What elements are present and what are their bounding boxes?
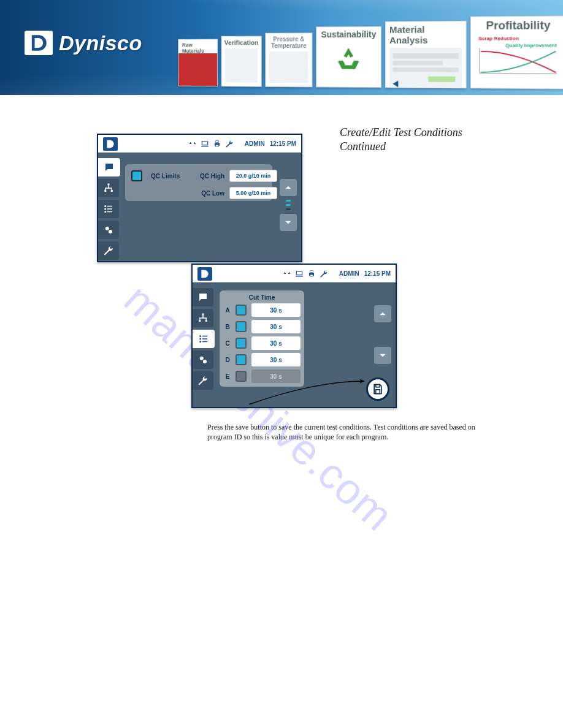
device-header: ADMIN 12:15 PM	[193, 265, 396, 283]
tab-tools[interactable]	[98, 241, 119, 260]
side-tabs	[98, 158, 119, 260]
svg-rect-9	[216, 140, 219, 142]
svg-rect-3	[428, 77, 455, 82]
cut-row-a: A 30 s	[223, 303, 301, 317]
card-label: Sustainability	[321, 29, 377, 39]
cut-row-checkbox[interactable]	[236, 354, 247, 365]
header-status-icons	[188, 140, 234, 148]
cut-row-value[interactable]: 30 s	[251, 303, 301, 317]
card-profitability: Profitability Scrap Reduction Quality Im…	[470, 16, 563, 89]
profit-sub2: Quality Improvement	[505, 42, 557, 48]
svg-rect-33	[202, 338, 207, 339]
device-screen-qc: ADMIN 12:15 PM QC Limits QC High 20.0 g/…	[97, 134, 302, 262]
cut-row-label: E	[223, 373, 232, 380]
cut-row-checkbox[interactable]	[236, 371, 247, 382]
card-thumb	[225, 48, 258, 83]
svg-rect-25	[310, 275, 313, 277]
cut-row-checkbox[interactable]	[236, 321, 247, 332]
page-banner: Dynisco Raw Materials Verification Press…	[0, 0, 563, 95]
side-tabs	[193, 288, 213, 390]
cut-row-d: D 30 s	[223, 353, 301, 366]
svg-rect-19	[107, 211, 112, 213]
svg-rect-7	[202, 141, 207, 145]
svg-rect-11	[108, 184, 110, 186]
cut-row-label: D	[223, 357, 232, 363]
tab-tools[interactable]	[193, 371, 213, 390]
qc-high-value[interactable]: 20.0 g/10 min	[229, 170, 277, 182]
card-sustainability: Sustainability	[316, 26, 381, 88]
section-title: Create/Edit Test Conditions Continued	[340, 126, 462, 153]
section-title-line1: Create/Edit Test Conditions	[340, 126, 462, 138]
save-caption: Press the save button to save the curren…	[207, 423, 496, 442]
svg-point-14	[104, 205, 106, 207]
svg-point-16	[104, 211, 106, 213]
tab-list[interactable]	[193, 330, 215, 348]
card-verification: Verification	[221, 36, 262, 87]
cut-row-checkbox[interactable]	[236, 305, 247, 316]
svg-rect-28	[205, 320, 207, 322]
laptop-icon	[201, 140, 209, 148]
scroll-down-button[interactable]	[374, 347, 391, 364]
cut-row-c: C 30 s	[223, 336, 301, 350]
page-indicator	[286, 200, 291, 210]
cut-row-label: A	[223, 307, 232, 314]
header-status-icons	[283, 270, 328, 278]
cut-row-value[interactable]: 30 s	[251, 336, 301, 350]
scroll-controls	[373, 305, 392, 364]
tab-network[interactable]	[98, 179, 119, 197]
svg-point-30	[199, 338, 201, 340]
cut-row-b: B 30 s	[223, 320, 301, 333]
card-pressure-temperature: Pressure & Temperature	[265, 32, 312, 87]
qc-limits-label: QC Limits	[151, 173, 189, 180]
cut-row-label: C	[223, 340, 232, 347]
printer-icon	[213, 140, 221, 148]
tab-chat[interactable]	[98, 158, 120, 176]
card-label: Profitability	[486, 19, 550, 32]
scroll-up-button[interactable]	[374, 305, 391, 322]
header-user: ADMIN	[245, 140, 265, 147]
svg-rect-0	[393, 53, 458, 59]
tab-gears[interactable]	[98, 221, 119, 239]
tab-network[interactable]	[193, 309, 213, 327]
cut-row-checkbox[interactable]	[236, 338, 247, 349]
card-label: Raw Materials	[182, 42, 214, 54]
tab-list[interactable]	[98, 200, 119, 218]
device-brand-icon	[103, 137, 118, 151]
svg-rect-12	[104, 190, 106, 192]
svg-rect-13	[111, 190, 113, 192]
scroll-down-button[interactable]	[280, 214, 297, 231]
svg-rect-37	[376, 385, 380, 387]
section-title-line2: Continued	[340, 140, 386, 153]
svg-rect-34	[202, 341, 207, 343]
wrench-icon	[320, 270, 328, 278]
card-thumb: Scrap Reduction Quality Improvement	[475, 32, 562, 77]
card-material-analysis: Material Analysis	[385, 21, 467, 88]
svg-rect-17	[107, 206, 112, 207]
scroll-up-button[interactable]	[280, 179, 297, 196]
svg-rect-22	[296, 271, 302, 275]
svg-rect-10	[216, 145, 219, 147]
svg-point-29	[199, 335, 201, 337]
cut-row-value[interactable]: 30 s	[251, 320, 301, 333]
laptop-icon	[295, 270, 304, 278]
cut-row-label: B	[223, 324, 232, 330]
cut-row-value[interactable]: 30 s	[251, 353, 301, 366]
scale-icon	[283, 270, 291, 278]
svg-point-15	[104, 208, 106, 210]
tab-chat[interactable]	[193, 288, 213, 306]
svg-rect-26	[202, 314, 204, 316]
svg-line-5	[480, 74, 557, 74]
card-label: Pressure & Temperature	[269, 36, 308, 49]
svg-point-36	[203, 360, 207, 363]
banner-card-strip: Raw Materials Verification Pressure & Te…	[178, 16, 563, 89]
brand-name: Dynisco	[59, 31, 142, 55]
printer-icon	[307, 270, 316, 278]
header-time: 12:15 PM	[270, 140, 296, 147]
tab-gears[interactable]	[193, 351, 213, 369]
qc-limits-checkbox[interactable]	[131, 170, 142, 181]
qc-limits-panel: QC Limits QC High 20.0 g/10 min QC Low 5…	[125, 164, 272, 201]
svg-rect-18	[107, 208, 112, 210]
card-label: Verification	[224, 39, 259, 47]
card-thumb	[269, 51, 308, 83]
qc-low-value[interactable]: 5.00 g/10 min	[229, 187, 277, 199]
